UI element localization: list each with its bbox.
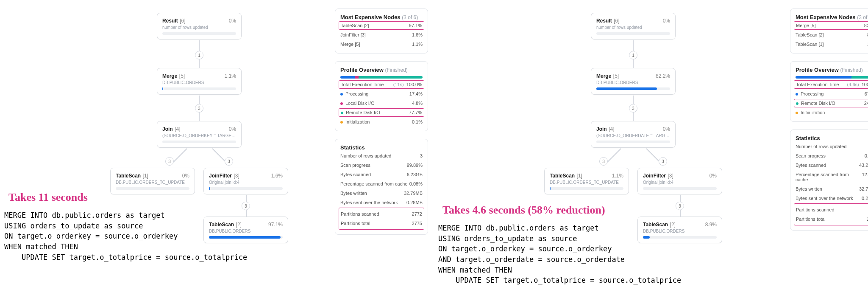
node-sub: (SOURCE.O_ORDERKEY = TARGET.O_O… — [162, 133, 236, 138]
node-pct: 97.1% — [268, 222, 283, 228]
plan-node-result[interactable]: Result [6]0% number of rows updated — [591, 13, 676, 39]
node-pct: 1.1% — [612, 173, 623, 179]
edge — [212, 148, 226, 162]
card-subtitle: (3 of 6) — [857, 14, 868, 20]
edge — [173, 148, 187, 162]
card-subtitle: (3 of 6) — [402, 14, 418, 20]
node-bar — [116, 187, 189, 190]
statistics-card: Statistics Number of rows updated3Scan p… — [790, 129, 868, 231]
stat-row: Initialization0.1% — [340, 117, 423, 127]
node-pct: 0% — [229, 18, 236, 24]
plan-node-join[interactable]: Join [4]0% (SOURCE.O_ORDERKEY = TARGET.O… — [157, 121, 242, 148]
plan-node-join[interactable]: Join [4]0% (SOURCE.O_ORDERDATE = TARGET.… — [591, 121, 676, 148]
stat-row: Partitions scanned2772 — [341, 209, 422, 219]
edge-label: 1 — [629, 51, 637, 59]
node-title: Merge — [162, 73, 177, 79]
node-pct: 0% — [663, 126, 670, 132]
annotation-text: Takes 4.6 seconds (58% reduction) — [442, 204, 605, 217]
stat-row: Scan progress99.89% — [340, 160, 423, 170]
node-title: TableScan — [550, 173, 575, 179]
node-id: [4] — [609, 126, 614, 132]
edge-label: 3 — [676, 202, 684, 210]
node-title: Merge — [596, 73, 611, 79]
node-pct: 1.1% — [225, 73, 236, 79]
stat-row: Initialization7.8% — [796, 108, 868, 117]
edge — [199, 113, 200, 121]
stat-row: Remote Disk I/O24.4% — [794, 99, 868, 107]
stat-row: Partitions total2775 — [341, 219, 422, 228]
sql-code: MERGE INTO db.public.orders as target US… — [4, 210, 247, 262]
stat-row: TableScan [2]8.9% — [796, 30, 868, 39]
edge — [646, 148, 660, 162]
edge — [199, 59, 200, 68]
edge — [633, 59, 634, 68]
node-pct: 8.9% — [705, 222, 717, 228]
node-sub: DB.PUBLIC.ORDERS_TO_UPDATE — [550, 180, 623, 185]
profile-overview-card: Profile Overview (Finished) Total Execut… — [335, 61, 428, 131]
edge-label: 3 — [629, 104, 637, 113]
plan-node-merge[interactable]: Merge [5]82.2% DB.PUBLIC.ORDERS — [591, 68, 676, 95]
stat-row: Total Execution Time(4.6s)100.0% — [794, 80, 868, 89]
node-bar — [643, 187, 717, 190]
expensive-nodes-card: Most Expensive Nodes (3 of 6) TableScan … — [335, 8, 428, 53]
edge-label: 1 — [195, 51, 203, 59]
plan-node-result[interactable]: Result [6]0% number of rows updated — [157, 13, 242, 39]
edge-label: 3 — [659, 157, 667, 166]
card-title: Statistics — [340, 144, 365, 151]
node-bar — [162, 87, 236, 90]
edge-label: 3 — [225, 157, 233, 166]
right-panel: 1 3 3 3 3 Result [6]0% number of rows up… — [434, 0, 868, 287]
node-sub: DB.PUBLIC.ORDERS_TO_UPDATE — [116, 180, 189, 185]
card-title: Most Expensive Nodes — [340, 14, 401, 20]
stat-row: Merge [5]82.2% — [794, 21, 868, 30]
plan-node-joinfilter[interactable]: JoinFilter [3]1.6% Original join id:4 — [203, 168, 288, 194]
profile-rows: Total Execution Time(4.6s)100.0%Processi… — [796, 80, 868, 117]
plan-node-merge[interactable]: Merge [5]1.1% DB.PUBLIC.ORDERS — [157, 68, 242, 95]
stat-row: Percentage scanned from cache0.08% — [340, 179, 423, 189]
stats-rows: Number of rows updated3Scan progress0.18… — [796, 142, 868, 225]
edge — [199, 40, 200, 51]
edge — [246, 195, 247, 202]
stat-row: Remote Disk I/O77.7% — [339, 108, 424, 117]
sql-code: MERGE INTO db.public.orders as target US… — [438, 223, 681, 286]
node-sub: DB.PUBLIC.ORDERS — [162, 80, 236, 85]
plan-node-tablescan-1[interactable]: TableScan [1]1.1% DB.PUBLIC.ORDERS_TO_UP… — [544, 168, 629, 194]
plan-node-tablescan-1[interactable]: TableScan [1]0% DB.PUBLIC.ORDERS_TO_UPDA… — [110, 168, 195, 194]
annotation-text: Takes 11 seconds — [8, 191, 88, 204]
node-bar — [596, 141, 670, 143]
node-sub: Original join id:4 — [209, 180, 283, 185]
stat-row: JoinFilter [3]1.6% — [340, 30, 423, 39]
stat-row: Number of rows updated3 — [796, 142, 868, 151]
stat-row: Bytes scanned6.23GB — [340, 170, 423, 179]
node-id: [5] — [613, 73, 619, 79]
node-bar — [209, 187, 283, 190]
card-subtitle: (Finished) — [840, 67, 863, 73]
edge — [633, 113, 634, 121]
card-subtitle: (Finished) — [385, 67, 408, 73]
side-panels: Most Expensive Nodes (3 of 6) TableScan … — [335, 8, 428, 242]
stat-row: Partitions total2775 — [796, 214, 868, 224]
edge — [680, 210, 681, 217]
node-id: [1] — [143, 173, 148, 179]
stat-row: Bytes written32.79MB — [796, 184, 868, 194]
node-title: JoinFilter — [643, 173, 666, 179]
statistics-card: Statistics Number of rows updated3Scan p… — [335, 139, 428, 235]
profile-overview-card: Profile Overview (Finished) Total Execut… — [790, 61, 868, 122]
stat-row: Local Disk I/O4.8% — [340, 98, 423, 108]
edge — [199, 96, 200, 104]
node-sub: (SOURCE.O_ORDERDATE = TARGET.O_O… — [596, 133, 670, 138]
node-pct: 82.2% — [656, 73, 670, 79]
node-bar — [596, 32, 670, 35]
node-title: TableScan — [116, 173, 141, 179]
profile-colorbar — [796, 76, 868, 79]
stat-row: Bytes scanned43.29MB — [796, 160, 868, 170]
edge-label: 3 — [195, 104, 203, 113]
node-sub: Original join id:4 — [643, 180, 717, 185]
node-pct: 0% — [182, 173, 189, 179]
node-title: Join — [596, 126, 607, 132]
node-pct: 0% — [229, 126, 236, 132]
stat-row: Bytes written32.79MB — [340, 189, 423, 198]
card-title: Profile Overview — [796, 67, 839, 73]
stat-row: Bytes sent over the network0.24MB — [796, 194, 868, 203]
plan-node-joinfilter[interactable]: JoinFilter [3]0% Original join id:4 — [637, 168, 722, 194]
